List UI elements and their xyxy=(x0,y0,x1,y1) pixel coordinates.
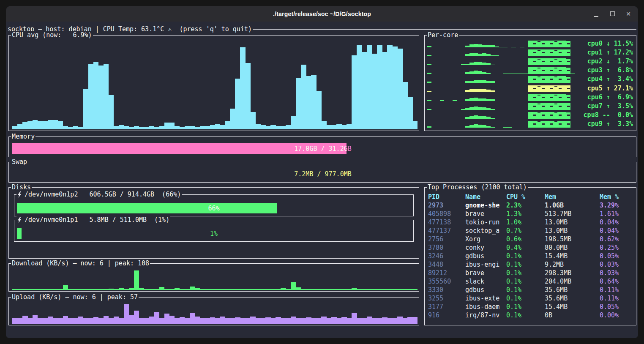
maximize-button[interactable] xyxy=(609,11,615,17)
cell-mem: 298.3MB xyxy=(545,269,600,277)
core-label: cpu5 ↑ 27.1% xyxy=(583,85,633,92)
close-button[interactable]: ✕ xyxy=(625,11,631,17)
process-row-477138[interactable]: 477138tokio-run1.0%13.0MB0.04% xyxy=(428,218,633,227)
core-sparkline xyxy=(427,85,579,92)
cell-name: ibus-exte xyxy=(465,294,506,303)
process-row-405898[interactable]: 405898brave1.3%513.7MB1.61% xyxy=(428,210,633,218)
cell-cpu: 0.1% xyxy=(506,311,545,319)
cell-cpu: 0.6% xyxy=(506,235,545,243)
cell-name: slack xyxy=(465,277,506,286)
process-row-3780[interactable]: 3780conky0.4%80.0MB0.25% xyxy=(428,243,633,252)
terminal-window: ./target/release/soc ~/D/G/socktop ✕ soc… xyxy=(6,6,638,338)
disk-title: /dev/nvme0n1p2 606.5GB / 914.4GB (66%) xyxy=(16,191,182,199)
cell-name: gdbus xyxy=(465,252,506,260)
core-label: cpu1 ↑ 17.2% xyxy=(583,49,633,56)
swap-panel: Swap 7.2MB / 977.0MB7.2MB / 977.0MB xyxy=(8,162,636,183)
top-processes-title: Top Processes (2100 total) xyxy=(427,183,528,191)
cell-cpu: 0.7% xyxy=(506,227,545,235)
process-row-2756[interactable]: 2756Xorg0.6%198.5MB0.62% xyxy=(428,235,633,243)
bar-label: 7.2MB / 977.0MB xyxy=(12,169,633,180)
cpu-avg-title: CPU avg (now: 6.9%) xyxy=(11,31,93,39)
memory-panel: Memory 17.0GB / 31.2GB17.0GB / 31.2GB xyxy=(8,137,636,157)
core-row-cpu7: cpu7 ↑ 3.5% xyxy=(427,102,633,110)
upload-panel: Upload (KB/s) — now: 6 | peak: 57 xyxy=(8,297,419,325)
cell-memp: 0.04% xyxy=(600,227,633,235)
core-label: cpu2 ↓ 1.7% xyxy=(583,57,633,65)
core-sparkline xyxy=(427,40,579,47)
cell-pid: 2973 xyxy=(428,201,465,210)
cell-memp: 3.29% xyxy=(600,201,633,210)
process-table-header: PID Name CPU % Mem Mem % xyxy=(428,193,633,201)
cell-pid: 916 xyxy=(428,311,465,319)
swap-usage-bar: 7.2MB / 977.0MB7.2MB / 977.0MB xyxy=(12,169,633,180)
col-memp: Mem % xyxy=(600,193,633,201)
process-row-2973[interactable]: 2973gnome-she2.3%1.0GB3.29% xyxy=(428,201,633,210)
core-label: cpu9 ↑ 3.3% xyxy=(583,120,633,128)
core-row-cpu9: cpu9 ↑ 3.3% xyxy=(427,120,633,128)
cell-mem: 15.4MB xyxy=(545,252,600,260)
core-row-cpu5: cpu5 ↑ 27.1% xyxy=(427,85,633,92)
cell-name: ibus-daem xyxy=(465,303,506,311)
disk-panel-0: /dev/nvme0n1p2 606.5GB / 914.4GB (66%)66… xyxy=(14,194,414,216)
cell-name: tokio-run xyxy=(465,218,506,227)
cell-pid: 89212 xyxy=(428,269,465,277)
window-controls: ✕ xyxy=(593,6,631,22)
header-rule xyxy=(253,29,636,30)
disk-title-text: /dev/nvme0n1p1 5.8MB / 511.0MB (1%) xyxy=(25,216,169,224)
col-name: Name xyxy=(465,193,506,201)
cell-cpu: 0.4% xyxy=(506,243,545,252)
cell-cpu: 0.1% xyxy=(506,277,545,286)
core-sparkline xyxy=(427,58,579,65)
upload-title: Upload (KB/s) — now: 6 | peak: 57 xyxy=(11,293,139,301)
process-row-89212[interactable]: 89212brave0.1%298.3MB0.93% xyxy=(428,269,633,277)
download-panel: Download (KB/s) — now: 6 | peak: 108 xyxy=(8,263,419,292)
window-title: ./target/release/soc ~/D/G/socktop xyxy=(273,11,371,17)
cell-mem: 35.6MB xyxy=(545,286,600,294)
disk-title: /dev/nvme0n1p1 5.8MB / 511.0MB (1%) xyxy=(16,216,170,224)
cell-pid: 477138 xyxy=(428,218,465,227)
process-row-3330[interactable]: 3330gdbus0.1%35.6MB0.11% xyxy=(428,286,633,294)
titlebar[interactable]: ./target/release/soc ~/D/G/socktop ✕ xyxy=(6,6,638,22)
cell-pid: 2756 xyxy=(428,235,465,243)
process-row-3448[interactable]: 3448ibus-engi0.1%9.2MB0.03% xyxy=(428,260,633,269)
cell-name: ibus-engi xyxy=(465,260,506,269)
cell-memp: 0.11% xyxy=(600,286,633,294)
core-row-cpu1: cpu1 ↑ 17.2% xyxy=(427,49,633,56)
process-row-3255[interactable]: 3255ibus-exte0.1%35.6MB0.11% xyxy=(428,294,633,303)
cell-name: conky xyxy=(465,243,506,252)
process-row-3177[interactable]: 3177ibus-daem0.1%15.4MB0.05% xyxy=(428,303,633,311)
process-row-916[interactable]: 916irq/87-nv0.1%0B0.00% xyxy=(428,311,633,319)
disks-panel: Disks /dev/nvme0n1p2 606.5GB / 914.4GB (… xyxy=(8,187,419,259)
cell-pid: 355560 xyxy=(428,277,465,286)
cell-name: brave xyxy=(465,269,506,277)
cell-pid: 3246 xyxy=(428,252,465,260)
cell-memp: 0.05% xyxy=(600,303,633,311)
core-label: cpu6 ↑ 6.9% xyxy=(583,93,633,101)
cell-memp: 0.03% xyxy=(600,260,633,269)
process-row-355560[interactable]: 355560slack0.1%204.0MB0.64% xyxy=(428,277,633,286)
cell-mem: 0B xyxy=(545,311,600,319)
cell-mem: 198.5MB xyxy=(545,235,600,243)
cell-cpu: 0.1% xyxy=(506,303,545,311)
terminal-screen[interactable]: socktop — host: debian | CPU Temp: 63.1°… xyxy=(6,22,638,338)
minimize-button[interactable] xyxy=(593,11,599,17)
cell-mem: 35.6MB xyxy=(545,294,600,303)
cell-cpu: 0.1% xyxy=(506,294,545,303)
memory-usage-bar: 17.0GB / 31.2GB17.0GB / 31.2GB xyxy=(12,143,633,154)
cell-memp: 0.93% xyxy=(600,269,633,277)
process-row-3246[interactable]: 3246gdbus0.1%15.4MB0.05% xyxy=(428,252,633,260)
core-sparkline xyxy=(427,67,579,74)
core-row-cpu6: cpu6 ↑ 6.9% xyxy=(427,93,633,101)
core-sparkline xyxy=(427,112,579,119)
core-row-cpu8: cpu8 -- 0.0% xyxy=(427,111,633,119)
disk-panel-1: /dev/nvme0n1p1 5.8MB / 511.0MB (1%)1%1% xyxy=(14,220,414,242)
cell-pid: 477137 xyxy=(428,227,465,235)
cell-name: Xorg xyxy=(465,235,506,243)
cell-memp: 0.64% xyxy=(600,277,633,286)
cell-mem: 513.7MB xyxy=(545,210,600,218)
memory-title: Memory xyxy=(11,133,35,141)
process-row-477137[interactable]: 477137socktop_a0.7%13.0MB0.04% xyxy=(428,227,633,235)
cell-name: irq/87-nv xyxy=(465,311,506,319)
cell-cpu: 1.0% xyxy=(506,218,545,227)
cpu-avg-panel: CPU avg (now: 6.9%) xyxy=(8,35,419,131)
